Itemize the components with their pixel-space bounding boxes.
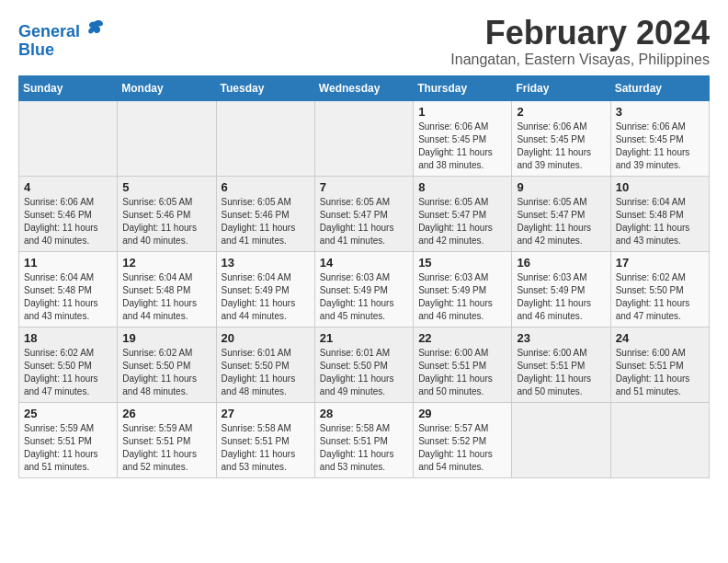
calendar-cell: 2Sunrise: 6:06 AM Sunset: 5:45 PM Daylig…: [512, 100, 610, 176]
calendar-cell: [610, 402, 709, 477]
header-cell-friday: Friday: [512, 75, 610, 100]
calendar-cell: 13Sunrise: 6:04 AM Sunset: 5:49 PM Dayli…: [216, 251, 314, 327]
day-info: Sunrise: 6:05 AM Sunset: 5:47 PM Dayligh…: [418, 196, 506, 247]
day-number: 4: [24, 180, 112, 194]
day-info: Sunrise: 6:02 AM Sunset: 5:50 PM Dayligh…: [616, 271, 704, 323]
day-info: Sunrise: 6:06 AM Sunset: 5:46 PM Dayligh…: [24, 196, 112, 247]
header-cell-wednesday: Wednesday: [314, 75, 413, 100]
day-info: Sunrise: 5:59 AM Sunset: 5:51 PM Dayligh…: [24, 422, 112, 474]
calendar-cell: 18Sunrise: 6:02 AM Sunset: 5:50 PM Dayli…: [19, 327, 118, 402]
day-number: 9: [517, 180, 605, 194]
calendar-cell: 12Sunrise: 6:04 AM Sunset: 5:48 PM Dayli…: [118, 251, 216, 327]
calendar-cell: 17Sunrise: 6:02 AM Sunset: 5:50 PM Dayli…: [610, 251, 709, 327]
day-number: 7: [320, 180, 408, 194]
calendar-table: SundayMondayTuesdayWednesdayThursdayFrid…: [18, 75, 710, 478]
calendar-week-2: 4Sunrise: 6:06 AM Sunset: 5:46 PM Daylig…: [19, 176, 710, 251]
calendar-body: 1Sunrise: 6:06 AM Sunset: 5:45 PM Daylig…: [19, 100, 710, 477]
day-number: 6: [222, 180, 310, 194]
location-subtitle: Inangatan, Eastern Visayas, Philippines: [450, 52, 710, 68]
day-number: 1: [418, 105, 506, 119]
header-cell-tuesday: Tuesday: [216, 75, 314, 100]
day-info: Sunrise: 6:06 AM Sunset: 5:45 PM Dayligh…: [418, 121, 506, 172]
day-number: 21: [320, 331, 408, 345]
day-number: 5: [122, 180, 210, 194]
calendar-cell: [19, 100, 118, 176]
day-info: Sunrise: 6:05 AM Sunset: 5:46 PM Dayligh…: [122, 196, 210, 247]
calendar-cell: 7Sunrise: 6:05 AM Sunset: 5:47 PM Daylig…: [314, 176, 413, 251]
day-info: Sunrise: 6:06 AM Sunset: 5:45 PM Dayligh…: [517, 121, 605, 172]
day-info: Sunrise: 6:00 AM Sunset: 5:51 PM Dayligh…: [616, 347, 704, 398]
calendar-cell: 4Sunrise: 6:06 AM Sunset: 5:46 PM Daylig…: [19, 176, 118, 251]
calendar-week-1: 1Sunrise: 6:06 AM Sunset: 5:45 PM Daylig…: [19, 100, 710, 176]
calendar-cell: [118, 100, 216, 176]
calendar-cell: 26Sunrise: 5:59 AM Sunset: 5:51 PM Dayli…: [118, 402, 216, 477]
calendar-cell: 20Sunrise: 6:01 AM Sunset: 5:50 PM Dayli…: [216, 327, 314, 402]
header-cell-sunday: Sunday: [19, 75, 118, 100]
calendar-week-5: 25Sunrise: 5:59 AM Sunset: 5:51 PM Dayli…: [19, 402, 710, 477]
day-number: 15: [418, 256, 506, 270]
day-info: Sunrise: 6:01 AM Sunset: 5:50 PM Dayligh…: [222, 347, 310, 398]
day-info: Sunrise: 5:59 AM Sunset: 5:51 PM Dayligh…: [122, 422, 210, 474]
day-number: 24: [616, 331, 704, 345]
day-info: Sunrise: 6:04 AM Sunset: 5:48 PM Dayligh…: [122, 271, 210, 323]
logo: General Blue: [18, 18, 105, 60]
calendar-cell: 19Sunrise: 6:02 AM Sunset: 5:50 PM Dayli…: [118, 327, 216, 402]
title-section: February 2024 Inangatan, Eastern Visayas…: [450, 15, 710, 68]
calendar-cell: 29Sunrise: 5:57 AM Sunset: 5:52 PM Dayli…: [414, 402, 512, 477]
calendar-cell: 3Sunrise: 6:06 AM Sunset: 5:45 PM Daylig…: [610, 100, 709, 176]
day-number: 25: [24, 407, 112, 420]
calendar-cell: 27Sunrise: 5:58 AM Sunset: 5:51 PM Dayli…: [216, 402, 314, 477]
calendar-cell: 25Sunrise: 5:59 AM Sunset: 5:51 PM Dayli…: [19, 402, 118, 477]
day-info: Sunrise: 6:05 AM Sunset: 5:46 PM Dayligh…: [222, 196, 310, 247]
day-info: Sunrise: 6:04 AM Sunset: 5:48 PM Dayligh…: [616, 196, 704, 247]
day-number: 22: [418, 331, 506, 345]
calendar-cell: 24Sunrise: 6:00 AM Sunset: 5:51 PM Dayli…: [610, 327, 709, 402]
logo-bird-icon: [86, 18, 105, 37]
header-row: SundayMondayTuesdayWednesdayThursdayFrid…: [19, 75, 710, 100]
calendar-cell: [314, 100, 413, 176]
day-info: Sunrise: 6:01 AM Sunset: 5:50 PM Dayligh…: [320, 347, 408, 398]
calendar-header: SundayMondayTuesdayWednesdayThursdayFrid…: [19, 75, 710, 100]
calendar-week-3: 11Sunrise: 6:04 AM Sunset: 5:48 PM Dayli…: [19, 251, 710, 327]
day-info: Sunrise: 6:02 AM Sunset: 5:50 PM Dayligh…: [24, 347, 112, 398]
calendar-cell: 6Sunrise: 6:05 AM Sunset: 5:46 PM Daylig…: [216, 176, 314, 251]
calendar-cell: 8Sunrise: 6:05 AM Sunset: 5:47 PM Daylig…: [414, 176, 512, 251]
day-number: 18: [24, 331, 112, 345]
day-number: 2: [517, 105, 605, 119]
day-number: 14: [320, 256, 408, 270]
calendar-cell: 11Sunrise: 6:04 AM Sunset: 5:48 PM Dayli…: [19, 251, 118, 327]
day-info: Sunrise: 6:03 AM Sunset: 5:49 PM Dayligh…: [517, 271, 605, 323]
day-number: 3: [616, 105, 704, 119]
day-info: Sunrise: 6:03 AM Sunset: 5:49 PM Dayligh…: [320, 271, 408, 323]
month-title: February 2024: [450, 15, 710, 52]
calendar-cell: 23Sunrise: 6:00 AM Sunset: 5:51 PM Dayli…: [512, 327, 610, 402]
day-info: Sunrise: 6:05 AM Sunset: 5:47 PM Dayligh…: [320, 196, 408, 247]
calendar-cell: 15Sunrise: 6:03 AM Sunset: 5:49 PM Dayli…: [414, 251, 512, 327]
header-cell-monday: Monday: [118, 75, 216, 100]
day-number: 20: [222, 331, 310, 345]
header-cell-saturday: Saturday: [610, 75, 709, 100]
calendar-cell: 10Sunrise: 6:04 AM Sunset: 5:48 PM Dayli…: [610, 176, 709, 251]
day-number: 12: [122, 256, 210, 270]
header-cell-thursday: Thursday: [414, 75, 512, 100]
calendar-cell: 1Sunrise: 6:06 AM Sunset: 5:45 PM Daylig…: [414, 100, 512, 176]
logo-general: General: [18, 22, 80, 40]
calendar-cell: [512, 402, 610, 477]
calendar-cell: 14Sunrise: 6:03 AM Sunset: 5:49 PM Dayli…: [314, 251, 413, 327]
page-header: General Blue February 2024 Inangatan, Ea…: [18, 15, 710, 68]
day-info: Sunrise: 6:04 AM Sunset: 5:48 PM Dayligh…: [24, 271, 112, 323]
day-number: 26: [122, 407, 210, 420]
day-number: 28: [320, 407, 408, 420]
day-number: 10: [616, 180, 704, 194]
day-info: Sunrise: 6:05 AM Sunset: 5:47 PM Dayligh…: [517, 196, 605, 247]
day-info: Sunrise: 5:57 AM Sunset: 5:52 PM Dayligh…: [418, 422, 506, 474]
calendar-week-4: 18Sunrise: 6:02 AM Sunset: 5:50 PM Dayli…: [19, 327, 710, 402]
day-number: 13: [222, 256, 310, 270]
day-info: Sunrise: 5:58 AM Sunset: 5:51 PM Dayligh…: [222, 422, 310, 474]
day-number: 29: [418, 407, 506, 420]
calendar-cell: 21Sunrise: 6:01 AM Sunset: 5:50 PM Dayli…: [314, 327, 413, 402]
calendar-cell: 22Sunrise: 6:00 AM Sunset: 5:51 PM Dayli…: [414, 327, 512, 402]
day-info: Sunrise: 6:03 AM Sunset: 5:49 PM Dayligh…: [418, 271, 506, 323]
day-info: Sunrise: 6:06 AM Sunset: 5:45 PM Dayligh…: [616, 121, 704, 172]
day-info: Sunrise: 6:00 AM Sunset: 5:51 PM Dayligh…: [418, 347, 506, 398]
